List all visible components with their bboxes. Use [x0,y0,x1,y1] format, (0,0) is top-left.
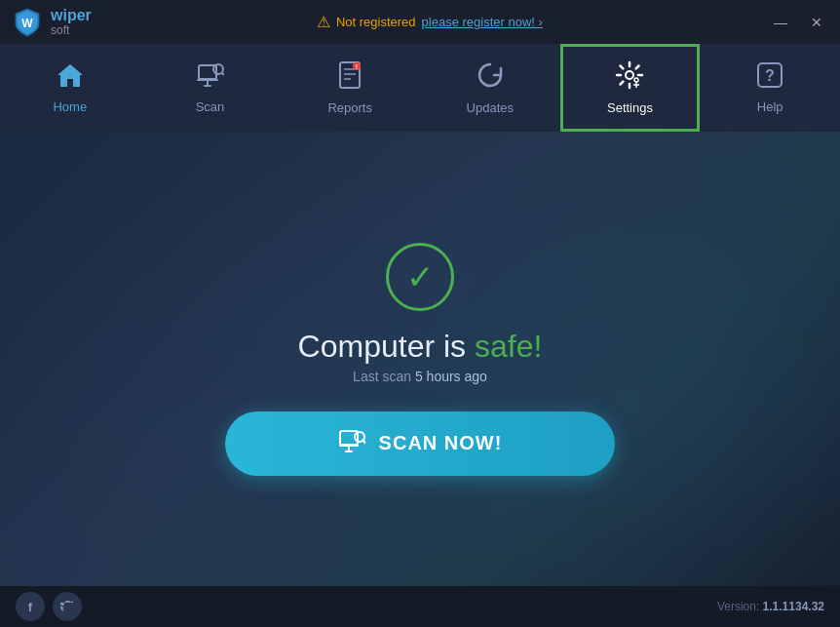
twitter-button[interactable] [53,592,82,621]
status-main-text: Computer is safe! [298,329,543,365]
nav-label-scan: Scan [196,99,225,114]
svg-text:W: W [21,17,33,30]
navbar: Home Scan ! Reports [0,44,840,132]
scan-icon [195,61,224,94]
nav-item-home[interactable]: Home [0,44,140,132]
logo-text: wiper soft [51,7,92,37]
scan-now-icon [338,429,365,458]
last-scan-text: Last scan 5 hours ago [298,369,543,384]
checkmark-icon: ✓ [406,257,434,296]
window-controls: — ✕ [768,13,828,32]
last-scan-time: 5 hours ago [415,369,487,384]
nav-item-reports[interactable]: ! Reports [280,44,420,132]
svg-rect-23 [345,451,353,452]
help-icon: ? [756,61,783,94]
svg-line-25 [363,440,365,443]
scan-now-button[interactable]: SCAN NOW! [225,411,615,476]
nav-label-reports: Reports [327,100,372,115]
version-number: 1.1.1134.32 [763,600,824,613]
status-check-circle: ✓ [386,243,454,311]
svg-text:!: ! [356,63,358,70]
nav-item-scan[interactable]: Scan [140,44,281,132]
home-icon [56,61,85,94]
titlebar: W wiper soft ⚠ Not registered please reg… [0,0,840,44]
reports-icon: ! [336,60,363,95]
nav-item-updates[interactable]: Updates [420,44,560,132]
svg-point-13 [626,71,633,79]
registration-notice: ⚠ Not registered please register now! › [92,13,768,31]
logo-soft-text: soft [51,24,92,37]
facebook-button[interactable]: f [16,592,45,621]
logo-area: W wiper soft [12,7,92,38]
not-registered-text: Not registered [336,15,416,29]
content-center: ✓ Computer is safe! Last scan 5 hours ag… [225,243,615,476]
status-prefix: Computer is [298,329,475,364]
svg-text:?: ? [765,67,775,84]
version-info: Version: 1.1.1134.32 [717,600,824,613]
settings-icon [615,60,644,95]
nav-label-updates: Updates [467,100,514,115]
register-link[interactable]: please register now! › [422,15,543,29]
facebook-icon: f [28,600,32,614]
social-icons: f [16,592,82,621]
nav-item-help[interactable]: ? Help [700,44,840,132]
svg-rect-6 [204,85,211,87]
version-label: Version: [717,600,759,613]
footer: f Version: 1.1.1134.32 [0,586,840,627]
logo-icon: W [12,7,43,38]
close-button[interactable]: ✕ [805,13,828,32]
updates-icon [476,60,505,95]
scan-now-label: SCAN NOW! [379,432,503,454]
nav-item-settings[interactable]: Settings [560,44,701,132]
warning-icon: ⚠ [317,13,330,31]
svg-line-4 [222,73,224,75]
nav-label-home: Home [53,99,87,114]
svg-rect-2 [197,79,218,81]
minimize-button[interactable]: — [768,13,793,32]
svg-rect-21 [339,445,359,447]
nav-label-settings: Settings [607,100,653,115]
main-content: ✓ Computer is safe! Last scan 5 hours ag… [0,132,840,586]
twitter-icon [60,601,74,612]
logo-wiper-text: wiper [51,7,92,24]
status-text-block: Computer is safe! Last scan 5 hours ago [298,329,543,384]
svg-point-3 [213,64,223,74]
last-scan-label: Last scan [353,369,411,384]
nav-label-help: Help [757,99,783,114]
status-safe: safe! [475,329,542,364]
